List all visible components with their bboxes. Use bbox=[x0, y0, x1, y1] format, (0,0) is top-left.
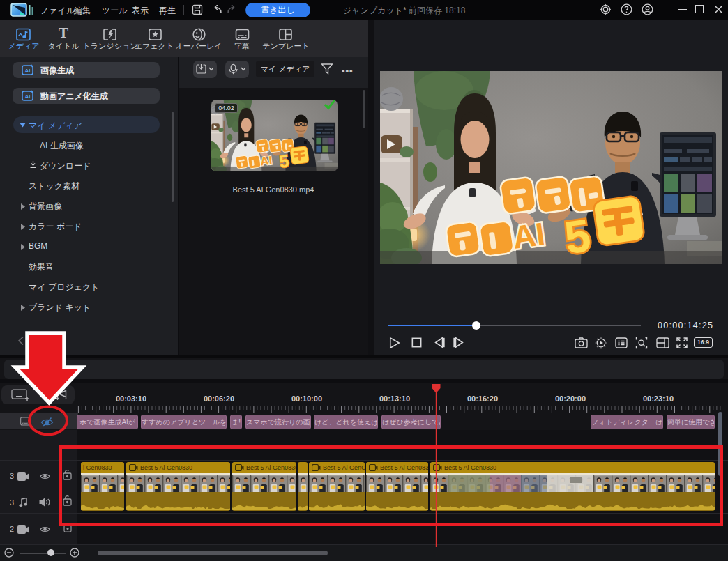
svg-text:AI: AI bbox=[25, 93, 31, 100]
svg-text:AI: AI bbox=[25, 68, 31, 74]
